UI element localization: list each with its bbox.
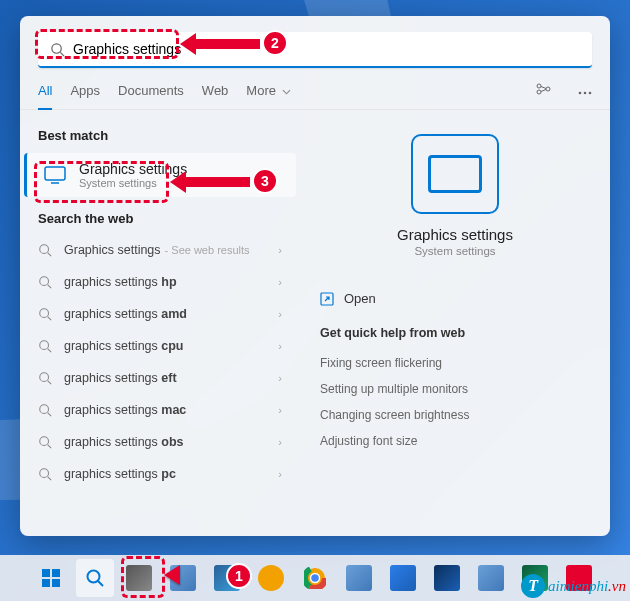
callout-badge-3: 3 bbox=[252, 168, 278, 194]
help-item[interactable]: Adjusting font size bbox=[318, 428, 592, 454]
search-icon bbox=[38, 435, 52, 449]
watermark-logo: T bbox=[521, 574, 545, 598]
ellipsis-icon bbox=[578, 91, 592, 95]
svg-rect-32 bbox=[52, 579, 60, 587]
web-result[interactable]: graphics settings mac› bbox=[20, 394, 300, 426]
chrome-icon bbox=[304, 567, 326, 589]
search-icon bbox=[38, 275, 52, 289]
callout-arrow-3 bbox=[168, 166, 258, 198]
svg-rect-30 bbox=[52, 569, 60, 577]
svg-point-26 bbox=[40, 469, 49, 478]
web-result[interactable]: graphics settings amd› bbox=[20, 298, 300, 330]
preview-title: Graphics settings bbox=[318, 226, 592, 243]
more-options-button[interactable] bbox=[576, 83, 592, 108]
search-icon bbox=[38, 467, 52, 481]
svg-point-7 bbox=[579, 92, 582, 95]
monitor-icon bbox=[428, 155, 482, 193]
search-input[interactable] bbox=[73, 41, 580, 57]
best-match-header: Best match bbox=[20, 124, 300, 151]
open-icon bbox=[320, 292, 334, 306]
tabs-actions[interactable] bbox=[534, 82, 552, 109]
svg-point-12 bbox=[40, 245, 49, 254]
search-icon bbox=[50, 42, 65, 57]
svg-line-17 bbox=[48, 317, 52, 321]
svg-point-3 bbox=[537, 90, 541, 94]
svg-line-19 bbox=[48, 349, 52, 353]
svg-point-8 bbox=[584, 92, 587, 95]
svg-point-2 bbox=[537, 84, 541, 88]
svg-line-15 bbox=[48, 285, 52, 289]
taskview-button[interactable] bbox=[120, 559, 158, 597]
start-button[interactable] bbox=[32, 559, 70, 597]
search-icon bbox=[38, 243, 52, 257]
search-icon bbox=[38, 339, 52, 353]
help-header: Get quick help from web bbox=[320, 326, 590, 340]
tabs: All Apps Documents Web More bbox=[20, 68, 610, 110]
callout-badge-1: 1 bbox=[226, 563, 252, 589]
svg-line-34 bbox=[98, 581, 103, 586]
svg-line-23 bbox=[48, 413, 52, 417]
taskbar-app[interactable] bbox=[340, 559, 378, 597]
taskbar-app[interactable] bbox=[428, 559, 466, 597]
preview-subtitle: System settings bbox=[318, 245, 592, 257]
tab-all[interactable]: All bbox=[38, 83, 52, 110]
svg-point-22 bbox=[40, 405, 49, 414]
taskbar-app[interactable] bbox=[252, 559, 290, 597]
web-result[interactable]: Graphics settings- See web results› bbox=[20, 234, 300, 266]
search-box[interactable] bbox=[38, 32, 592, 68]
chrome-button[interactable] bbox=[296, 559, 334, 597]
svg-line-27 bbox=[48, 477, 52, 481]
search-button[interactable] bbox=[76, 559, 114, 597]
svg-point-4 bbox=[546, 87, 550, 91]
web-result[interactable]: graphics settings eft› bbox=[20, 362, 300, 394]
svg-line-6 bbox=[541, 90, 546, 92]
svg-line-21 bbox=[48, 381, 52, 385]
svg-line-5 bbox=[541, 87, 546, 89]
search-icon bbox=[38, 403, 52, 417]
svg-point-20 bbox=[40, 373, 49, 382]
help-item[interactable]: Setting up multiple monitors bbox=[318, 376, 592, 402]
help-item[interactable]: Fixing screen flickering bbox=[318, 350, 592, 376]
svg-rect-31 bbox=[42, 579, 50, 587]
callout-badge-2: 2 bbox=[262, 30, 288, 56]
svg-point-14 bbox=[40, 277, 49, 286]
web-results: Graphics settings- See web results›graph… bbox=[20, 234, 300, 490]
chevron-down-icon bbox=[282, 89, 291, 95]
windows-icon bbox=[41, 568, 61, 588]
tab-more[interactable]: More bbox=[246, 83, 290, 108]
svg-line-1 bbox=[60, 52, 64, 56]
help-item[interactable]: Changing screen brightness bbox=[318, 402, 592, 428]
open-button[interactable]: Open bbox=[318, 285, 592, 312]
web-result[interactable]: graphics settings hp› bbox=[20, 266, 300, 298]
svg-rect-29 bbox=[42, 569, 50, 577]
search-web-header: Search the web bbox=[20, 207, 300, 234]
svg-point-18 bbox=[40, 341, 49, 350]
svg-point-0 bbox=[52, 43, 61, 52]
svg-line-13 bbox=[48, 253, 52, 257]
search-icon bbox=[38, 307, 52, 321]
monitor-icon bbox=[43, 165, 67, 185]
watermark: T aimienphi.vn bbox=[521, 574, 626, 598]
web-result[interactable]: graphics settings pc› bbox=[20, 458, 300, 490]
search-icon bbox=[85, 568, 105, 588]
tab-apps[interactable]: Apps bbox=[70, 83, 100, 108]
svg-rect-10 bbox=[45, 167, 65, 180]
tab-web[interactable]: Web bbox=[202, 83, 229, 108]
svg-point-33 bbox=[88, 571, 100, 583]
search-window: All Apps Documents Web More Best match G… bbox=[20, 16, 610, 536]
callout-arrow-2 bbox=[178, 28, 268, 60]
callout-arrow-1 bbox=[162, 561, 232, 591]
preview-icon-frame bbox=[411, 134, 499, 214]
web-result[interactable]: graphics settings cpu› bbox=[20, 330, 300, 362]
tab-documents[interactable]: Documents bbox=[118, 83, 184, 108]
share-icon bbox=[536, 82, 552, 96]
svg-point-9 bbox=[589, 92, 592, 95]
taskbar-app[interactable] bbox=[384, 559, 422, 597]
web-result[interactable]: graphics settings obs› bbox=[20, 426, 300, 458]
search-icon bbox=[38, 371, 52, 385]
svg-point-16 bbox=[40, 309, 49, 318]
taskbar-app[interactable] bbox=[472, 559, 510, 597]
svg-line-25 bbox=[48, 445, 52, 449]
svg-point-24 bbox=[40, 437, 49, 446]
